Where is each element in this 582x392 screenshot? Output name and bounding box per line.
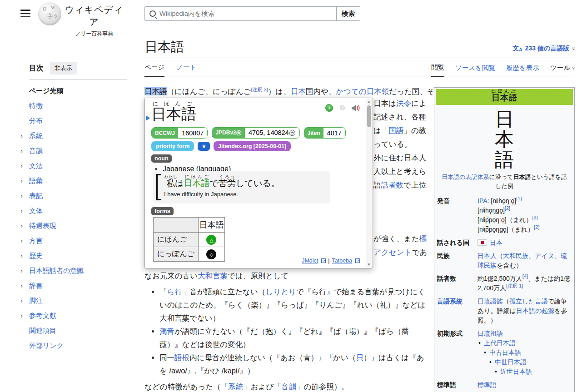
page-tabs: ページ ノート — [144, 63, 196, 77]
jmdict-link[interactable]: JMdict — [302, 258, 318, 264]
site-wordmark[interactable]: ウィキペディア フリー百科事典 — [65, 4, 124, 38]
search-input[interactable] — [159, 10, 336, 17]
early-forms-list: 上代日本語 中古日本語 中世日本語 近世日本語 — [478, 338, 573, 377]
toc-item-top[interactable]: ページ先頭 — [29, 86, 127, 101]
tabs-divider — [144, 76, 575, 76]
example-japanese: 私わたしは日本語にほんごで苦労くろうしている。 — [164, 174, 326, 189]
star-icon[interactable]: ★ — [198, 142, 210, 151]
forms-row-reading: にほんご — [154, 233, 199, 247]
list-item: 同一語根内に母音が連続しない（『あお（青）』『かい（貝）』は古くは『あを /aw… — [159, 351, 426, 377]
scroll-up-icon[interactable]: ▲ — [367, 99, 371, 104]
early-form-link[interactable]: 中世日本語 — [478, 357, 573, 367]
chevron-right-icon[interactable]: › — [20, 146, 23, 155]
tatoeba-link[interactable]: Tatoeba — [332, 258, 352, 264]
toc-item[interactable]: 分布 — [29, 116, 127, 131]
example-translation: I have difficulty in Japanese. — [164, 191, 326, 198]
wikipedia-logo[interactable]: ΩW字ウ — [38, 2, 61, 25]
toc-item[interactable]: ›参考文献 — [29, 311, 127, 326]
forms-row-reading: にっぽんご — [154, 247, 199, 262]
chevron-right-icon[interactable]: › — [20, 266, 23, 275]
article-fragment: 日本は法令によ — [373, 96, 427, 110]
search-icon — [149, 10, 156, 17]
add-note-icon[interactable]: + — [325, 104, 333, 112]
priority-form-tag: priority form — [151, 141, 194, 151]
chevron-down-icon: ˅ — [572, 46, 575, 51]
early-form-link[interactable]: 上代日本語 — [478, 338, 573, 348]
infobox-row-standard: 標準語 標準語 — [436, 378, 573, 392]
tab-talk[interactable]: ノート — [176, 63, 196, 77]
toc-item[interactable]: ›辞書 — [29, 281, 127, 296]
toc-item[interactable]: ›待遇表現 — [29, 221, 127, 236]
chevron-right-icon[interactable]: › — [20, 191, 23, 200]
toc-item[interactable]: ›表記 — [29, 191, 127, 206]
toc-item[interactable]: ›系統 — [29, 131, 127, 146]
article-fragment: は「国語」の教 — [373, 124, 426, 137]
part-of-speech-tag: noun — [151, 154, 172, 163]
toc-item[interactable]: 関連項目 — [29, 326, 127, 341]
row-label: 話者数 — [436, 272, 476, 295]
search-button[interactable]: 検索 — [336, 7, 360, 20]
tab-tools[interactable]: ツール ˅ — [550, 64, 575, 77]
chevron-right-icon[interactable]: › — [20, 206, 23, 215]
chevron-right-icon[interactable]: › — [20, 236, 23, 245]
chevron-right-icon[interactable]: › — [20, 281, 23, 290]
toc-item[interactable]: ›文体 — [29, 206, 127, 221]
list-item: 濁音が語頭に立たない（『だ（抱）く』『どれ』『ば（場）』『ばら（薔薇）』などは後… — [159, 325, 426, 351]
popup-scrollbar[interactable]: ▲ ▼ — [366, 99, 372, 268]
infobox-row-speakers: 話者数 約1億2,500万人[4]、または約1億2,700万人[注釈 1] — [436, 272, 573, 295]
chevron-right-icon[interactable]: › — [20, 161, 23, 170]
early-form-link[interactable]: 近世日本語 — [478, 367, 573, 377]
list-item: 「ら行」音が語頭に立たない（しりとりで『ら行』で始まる言葉が見つけにくいのはこの… — [159, 285, 426, 325]
green-triangle-icon: △ — [206, 235, 216, 245]
chevron-right-icon[interactable]: › — [20, 131, 23, 140]
chevron-right-icon[interactable]: › — [20, 251, 23, 260]
duplicate-note-icon[interactable] — [340, 105, 345, 110]
infobox-header: 日本語にほんご — [436, 89, 573, 105]
toc-item[interactable]: ›方言 — [29, 236, 127, 251]
play-audio-icon[interactable] — [352, 104, 361, 112]
infobox-row-family: 言語系統 日琉語族（孤立した言語で論争あり。詳細は日本語の起源を参照。） — [436, 295, 573, 327]
toc-hide-button[interactable]: 非表示 — [50, 62, 77, 74]
language-selector-button[interactable]: 文A 233 個の言語版 ˅ — [512, 45, 575, 53]
toc-item[interactable]: ›語彙 — [29, 176, 127, 191]
tab-read[interactable]: 閲覧 — [431, 63, 444, 77]
article-fragment: が強く、また標 — [373, 232, 427, 245]
frequency-tag: Jiten4017 — [304, 127, 346, 139]
chevron-right-icon[interactable]: › — [20, 221, 23, 230]
toc-item[interactable]: ›文法 — [29, 161, 127, 176]
tab-history[interactable]: 履歴を表示 — [506, 64, 539, 77]
calligraphy-sample: 日 本 語 — [436, 105, 573, 172]
toc-item[interactable]: 特徴 — [29, 101, 127, 116]
scroll-down-icon[interactable]: ▼ — [367, 263, 371, 267]
toc-item[interactable]: ›歴史 — [29, 251, 127, 266]
tab-view-source[interactable]: ソースを閲覧 — [455, 64, 495, 77]
article-fragment: 外に住む日本人 — [373, 151, 426, 164]
main-menu-icon[interactable] — [20, 10, 30, 17]
forms-tag: forms — [151, 207, 174, 215]
toc-item[interactable]: ›音韻 — [29, 146, 127, 161]
frequency-tag: BCCWJ160807 — [151, 127, 208, 139]
toc-item[interactable]: 外部リンク — [29, 341, 127, 356]
external-link-icon: ↗ — [321, 258, 326, 263]
toc-item[interactable]: ›脚注 — [29, 296, 127, 311]
languages-icon: 文A — [512, 45, 522, 53]
frequency-tag: JPDBv2㋕4705, 140824㋕ — [212, 127, 299, 139]
chevron-right-icon[interactable]: › — [20, 311, 23, 320]
forms-table-corner — [154, 218, 199, 233]
toc-heading: 目次 — [29, 64, 44, 73]
site-title: ウィキペディア — [65, 4, 124, 28]
infobox-row-country: 話される国 日本 — [436, 236, 573, 249]
infobox-row-ethnicity: 民族 日本人（大和民族、アイヌ、琉球民族を含む） — [436, 249, 573, 272]
external-link-icon: ↗ — [355, 258, 360, 263]
dictionary-source-tag[interactable]: Jitendex.org [2025-08-01] — [214, 141, 291, 151]
scrollbar-thumb[interactable] — [367, 105, 371, 127]
row-label: 話される国 — [436, 236, 476, 249]
chevron-right-icon[interactable]: › — [20, 296, 23, 305]
toc-item[interactable]: ›日本語話者の意識 — [29, 266, 127, 281]
row-label-link[interactable]: 言語系統 — [436, 295, 476, 327]
toc-divider — [29, 79, 127, 80]
tab-page[interactable]: ページ — [144, 63, 164, 77]
chevron-right-icon[interactable]: › — [20, 176, 23, 185]
early-form-link[interactable]: 中古日本語 — [478, 348, 573, 357]
view-tabs: 閲覧 ソースを閲覧 履歴を表示 ツール ˅ — [431, 63, 575, 77]
